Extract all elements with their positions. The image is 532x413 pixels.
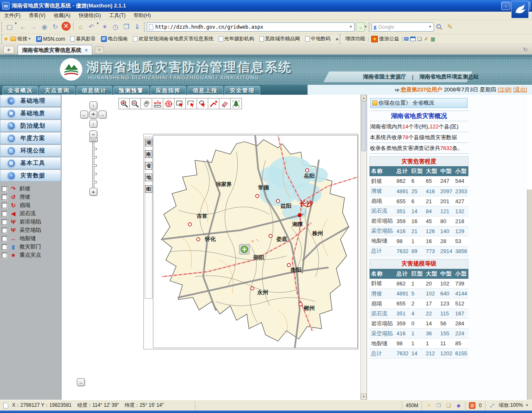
menu-item[interactable]: 查看(V)	[25, 11, 49, 20]
layer-checkbox[interactable]	[2, 186, 7, 192]
measure-distance-button[interactable]: ?	[152, 98, 163, 109]
city-marker-岳阳[interactable]	[305, 169, 309, 172]
link-geo-monitor-station[interactable]: 湖南省地质环境监测总站	[419, 73, 479, 81]
tab-refresh-icon[interactable]: ↻	[523, 46, 528, 53]
tab-list-star-icon[interactable]: ★	[3, 46, 14, 54]
links-bar-item[interactable]: MMSN.com	[34, 36, 68, 42]
forward-button[interactable]: →	[28, 22, 39, 32]
zoom-slider-track[interactable]	[92, 140, 94, 187]
minimize-button[interactable]: -	[501, 2, 510, 10]
links-bar-item[interactable]: 光年摄影机构	[216, 35, 257, 42]
layer-checkbox[interactable]	[2, 228, 7, 233]
undo-button[interactable]: ↶	[86, 22, 97, 32]
links-bar-item[interactable]: M电台指南	[99, 35, 131, 42]
menu-item[interactable]: 收藏(A)	[49, 11, 74, 20]
deselect-rect-button[interactable]	[186, 98, 197, 109]
menu-item[interactable]: 快捷组(G)	[74, 11, 105, 20]
scale-button[interactable]: S	[163, 98, 175, 109]
pan-down-button[interactable]: ↓	[89, 120, 97, 128]
stop-button[interactable]: ✕	[62, 22, 71, 31]
new-window-icon[interactable]: ❏	[445, 402, 452, 409]
layer-checkbox[interactable]	[2, 219, 7, 225]
zoom-level[interactable]: 缩放:100%	[499, 402, 523, 409]
adhunter-icon[interactable]: ◆	[455, 402, 462, 409]
sidebar-section-灾害数据[interactable]: ◔灾害数据	[0, 170, 61, 182]
boost-lightning-icon[interactable]: ⚡	[425, 402, 432, 409]
proxy-icon[interactable]: ❒	[435, 402, 442, 409]
history-button[interactable]: ◷	[110, 22, 121, 32]
select-circle-button[interactable]	[197, 98, 208, 109]
world-grid-icon[interactable]: ▦	[429, 36, 436, 42]
back-button[interactable]: ←	[17, 22, 28, 32]
layer-checkbox[interactable]	[2, 211, 7, 216]
sidebar-section-基本工具[interactable]: ▦基本工具	[0, 157, 61, 169]
recent-dropdown-button[interactable]: ◉	[39, 22, 50, 32]
search-placeholder[interactable]: Google	[378, 24, 429, 30]
pan-hand-button[interactable]	[141, 98, 152, 109]
maxthon-charity-link[interactable]: ♥ 傲游公益	[369, 35, 401, 42]
city-marker-吉首[interactable]	[188, 223, 192, 226]
dropdown-caret-icon[interactable]: ▼	[96, 22, 99, 32]
links-overflow-chevron[interactable]: »	[336, 36, 339, 42]
scroll-thumb[interactable]	[361, 101, 366, 151]
menu-item[interactable]: 帮助(H)	[130, 11, 155, 20]
address-bar[interactable]: ▼	[147, 22, 355, 32]
pan-center-button[interactable]: ✛	[89, 111, 97, 118]
zoom-dropdown-icon[interactable]: ▼	[525, 403, 529, 407]
new-page-button[interactable]: ▢	[4, 22, 15, 32]
tab-active[interactable]: 湖南省地质灾害信息系统 ×	[17, 45, 92, 55]
window-panel-icon[interactable]	[409, 36, 416, 42]
nav-tab-应急指挥[interactable]: 应急指挥	[150, 86, 186, 95]
city-marker-郴州[interactable]	[299, 302, 302, 306]
links-bar-item[interactable]: 觅路城市精品网	[257, 35, 303, 42]
links-bar-item[interactable]: 中地数码	[303, 35, 333, 42]
links-bar-item[interactable]: 链接▼	[8, 35, 34, 42]
nav-tab-安全管理[interactable]: 安全管理	[224, 86, 260, 95]
sidebar-section-防治规划[interactable]: ✎防治规划	[0, 120, 61, 132]
scroll-up-icon[interactable]: ▲	[361, 95, 367, 101]
maxthon-logo[interactable]	[511, 1, 529, 18]
pan-right-button[interactable]: →	[99, 111, 106, 118]
nav-tab-灾点查询[interactable]: 灾点查询	[39, 86, 75, 95]
go-dropdown-icon[interactable]: ▼	[364, 25, 367, 29]
refresh-button[interactable]: ↻	[50, 22, 61, 32]
search-box[interactable]: g Google ▼	[372, 22, 434, 32]
city-marker-长沙[interactable]	[298, 214, 301, 217]
layer-checkbox[interactable]	[2, 244, 7, 250]
page-zoom-icon[interactable]: ⤢	[489, 402, 495, 409]
highlight-icon[interactable]: ✎	[445, 22, 456, 32]
tools-cup-icon[interactable]: ✐	[423, 36, 429, 42]
filter-button[interactable]: ✶	[99, 22, 110, 32]
city-marker-永州[interactable]	[251, 287, 254, 290]
link-land-resources[interactable]: 湖南省国土资源厅	[363, 73, 406, 81]
tab-close-icon[interactable]: ×	[85, 47, 88, 53]
map-bottom-arrow-button[interactable]: →	[77, 378, 85, 386]
links-bar-item[interactable]: 欢迎登陆湖南省地质灾害信息系统	[131, 35, 216, 42]
zoom-in-button[interactable]	[118, 98, 130, 109]
city-marker-怀化[interactable]	[197, 238, 200, 241]
nav-tab-信息统计[interactable]: 信息统计	[76, 86, 112, 95]
full-extent-button[interactable]	[231, 98, 242, 109]
dropdown-caret-icon[interactable]: ▼	[28, 37, 31, 41]
sidebar-section-基础地质[interactable]: ▣基础地质	[0, 107, 61, 119]
zoom-in-slider-button[interactable]: +	[89, 188, 97, 196]
dropdown-caret-icon[interactable]: ▼	[14, 22, 17, 32]
exit-link[interactable]: [退出]	[513, 86, 527, 93]
city-marker-益阳[interactable]	[276, 199, 280, 203]
address-input[interactable]	[155, 24, 350, 30]
links-bar-item[interactable]: 暴风影音	[68, 35, 99, 42]
favorites-heart-icon[interactable]: ♥	[4, 35, 8, 42]
scroll-down-icon[interactable]: ▼	[361, 393, 367, 400]
sidebar-section-基础地理[interactable]: »基础地理	[0, 95, 61, 107]
pan-up-button[interactable]: ↑	[89, 101, 97, 109]
map-canvas[interactable]: 张家界常德岳阳益阳长沙吉首湘潭株州怀化娄底邵阳衡阳永州郴州	[153, 135, 358, 348]
menu-item[interactable]: 文件(F)	[0, 11, 25, 20]
window-button[interactable]: ❐	[121, 22, 132, 32]
nav-tab-预测预警[interactable]: 预测预警	[113, 86, 149, 95]
popup-blocker-icon[interactable]: ⊘	[469, 402, 475, 409]
zoom-out-slider-button[interactable]: −	[89, 130, 97, 138]
messenger-icon[interactable]: ☎	[403, 36, 409, 42]
sidebar-section-环境公报[interactable]: ▥环境公报	[0, 145, 61, 157]
menu-item[interactable]: 工具(T)	[105, 11, 130, 20]
pan-left-button[interactable]: ←	[80, 111, 88, 118]
